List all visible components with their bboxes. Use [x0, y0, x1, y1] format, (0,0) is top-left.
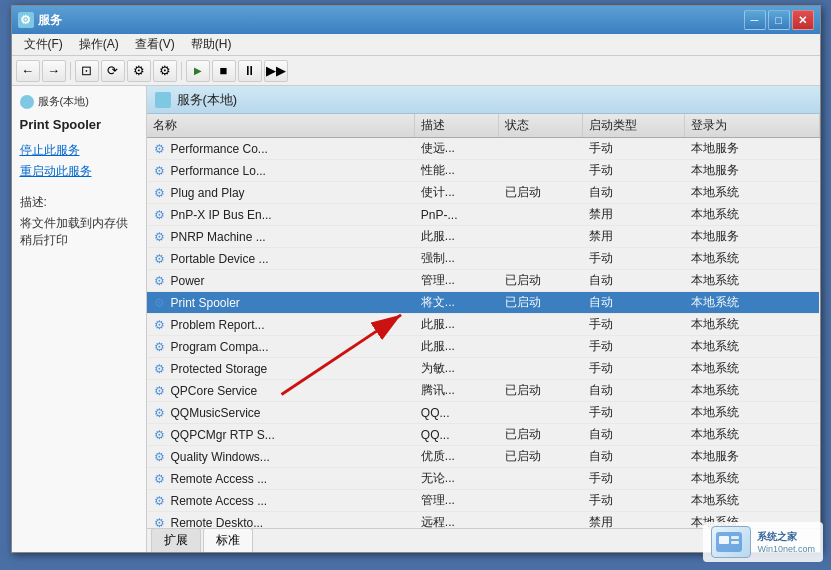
service-desc-cell: QQ... [415, 424, 499, 446]
col-login[interactable]: 登录为 [685, 114, 819, 138]
minimize-button[interactable]: ─ [744, 10, 766, 30]
services-header: 服务(本地) [147, 86, 820, 114]
service-gear-icon: ⚙ [153, 296, 167, 310]
service-desc-cell: 远程... [415, 512, 499, 529]
watermark: 系统之家 Win10net.com [703, 522, 823, 562]
table-row[interactable]: ⚙Program Compa...此服...手动本地系统 [147, 336, 820, 358]
table-row[interactable]: ⚙Portable Device ...强制...手动本地系统 [147, 248, 820, 270]
service-name-cell: ⚙QPCore Service [147, 380, 415, 402]
table-row[interactable]: ⚙Plug and Play使计...已启动自动本地系统 [147, 182, 820, 204]
gear-icon [20, 95, 34, 109]
refresh-button[interactable]: ⟳ [101, 60, 125, 82]
table-row[interactable]: ⚙QQMusicServiceQQ...手动本地系统 [147, 402, 820, 424]
pause-button[interactable]: ⏸ [238, 60, 262, 82]
service-login-cell: 本地系统 [685, 248, 819, 270]
menu-file[interactable]: 文件(F) [16, 34, 71, 55]
table-row[interactable]: ⚙Remote Access ...管理...手动本地系统 [147, 490, 820, 512]
restore-button[interactable]: □ [768, 10, 790, 30]
col-status[interactable]: 状态 [499, 114, 583, 138]
service-name: Remote Deskto... [171, 516, 264, 529]
service-name: Problem Report... [171, 318, 265, 332]
close-button[interactable]: ✕ [792, 10, 814, 30]
service-name: Performance Lo... [171, 164, 266, 178]
restart-button[interactable]: ▶▶ [264, 60, 288, 82]
svg-rect-5 [731, 541, 739, 544]
service-gear-icon: ⚙ [153, 142, 167, 156]
service-status-cell [499, 490, 583, 512]
stop-service-link[interactable]: 停止此服务 [20, 142, 138, 159]
service-status-cell: 已启动 [499, 270, 583, 292]
service-name: Remote Access ... [171, 472, 268, 486]
service-startup-cell: 自动 [583, 182, 685, 204]
menu-action[interactable]: 操作(A) [71, 34, 127, 55]
svg-rect-3 [719, 536, 729, 544]
service-gear-icon: ⚙ [153, 340, 167, 354]
service-table-wrapper[interactable]: 名称 描述 状态 启动类型 登录为 ⚙Performance Co...使远..… [147, 114, 820, 528]
table-row[interactable]: ⚙Power管理...已启动自动本地系统 [147, 270, 820, 292]
service-gear-icon: ⚙ [153, 428, 167, 442]
table-row[interactable]: ⚙Remote Access ...无论...手动本地系统 [147, 468, 820, 490]
col-desc[interactable]: 描述 [415, 114, 499, 138]
titlebar: ⚙ 服务 ─ □ ✕ [12, 6, 820, 34]
restart-service-link[interactable]: 重启动此服务 [20, 163, 138, 180]
table-row[interactable]: ⚙Print Spooler将文...已启动自动本地系统 [147, 292, 820, 314]
service-startup-cell: 自动 [583, 424, 685, 446]
service-name: Protected Storage [171, 362, 268, 376]
forward-button[interactable]: → [42, 60, 66, 82]
menu-help[interactable]: 帮助(H) [183, 34, 240, 55]
service-status-cell: 已启动 [499, 182, 583, 204]
service-startup-cell: 禁用 [583, 204, 685, 226]
service-login-cell: 本地服务 [685, 446, 819, 468]
titlebar-title: 服务 [38, 12, 744, 29]
service-login-cell: 本地系统 [685, 270, 819, 292]
service-login-cell: 本地系统 [685, 314, 819, 336]
service-desc-cell: 强制... [415, 248, 499, 270]
table-row[interactable]: ⚙Performance Co...使远...手动本地服务 [147, 138, 820, 160]
table-row[interactable]: ⚙PnP-X IP Bus En...PnP-...禁用本地系统 [147, 204, 820, 226]
service-desc-cell: 无论... [415, 468, 499, 490]
table-row[interactable]: ⚙Protected Storage为敏...手动本地系统 [147, 358, 820, 380]
service-name: Portable Device ... [171, 252, 269, 266]
table-row[interactable]: ⚙Performance Lo...性能...手动本地服务 [147, 160, 820, 182]
service-status-cell: 已启动 [499, 424, 583, 446]
service-name-cell: ⚙Protected Storage [147, 358, 415, 380]
tab-standard[interactable]: 标准 [203, 528, 253, 552]
service-name-cell: ⚙PnP-X IP Bus En... [147, 204, 415, 226]
up-button[interactable]: ⊡ [75, 60, 99, 82]
table-row[interactable]: ⚙Problem Report...此服...手动本地系统 [147, 314, 820, 336]
desc-text: 将文件加载到内存供稍后打印 [20, 215, 138, 249]
service-desc-cell: 将文... [415, 292, 499, 314]
toolbar-sep-2 [181, 62, 182, 80]
gear-button2[interactable]: ⚙ [153, 60, 177, 82]
play-button[interactable]: ▶ [186, 60, 210, 82]
menu-view[interactable]: 查看(V) [127, 34, 183, 55]
service-desc-cell: 此服... [415, 226, 499, 248]
service-startup-cell: 手动 [583, 468, 685, 490]
right-panel: 服务(本地) 名称 描述 状态 启动类型 登录为 ⚙Perf [147, 86, 820, 552]
service-startup-cell: 手动 [583, 336, 685, 358]
service-status-cell: 已启动 [499, 446, 583, 468]
table-row[interactable]: ⚙PNRP Machine ...此服...禁用本地服务 [147, 226, 820, 248]
col-startup[interactable]: 启动类型 [583, 114, 685, 138]
service-desc-cell: PnP-... [415, 204, 499, 226]
watermark-brand: 系统之家 [757, 530, 815, 544]
service-startup-cell: 手动 [583, 160, 685, 182]
service-gear-icon: ⚙ [153, 450, 167, 464]
gear-button1[interactable]: ⚙ [127, 60, 151, 82]
table-row[interactable]: ⚙QPCore Service腾讯...已启动自动本地系统 [147, 380, 820, 402]
service-desc-cell: 为敏... [415, 358, 499, 380]
stop-button[interactable]: ■ [212, 60, 236, 82]
service-desc-cell: 优质... [415, 446, 499, 468]
service-status-cell [499, 204, 583, 226]
tab-extend[interactable]: 扩展 [151, 528, 201, 552]
service-login-cell: 本地系统 [685, 358, 819, 380]
col-name[interactable]: 名称 [147, 114, 415, 138]
service-name-cell: ⚙Program Compa... [147, 336, 415, 358]
service-name-cell: ⚙Quality Windows... [147, 446, 415, 468]
service-gear-icon: ⚙ [153, 472, 167, 486]
table-row[interactable]: ⚙Quality Windows...优质...已启动自动本地服务 [147, 446, 820, 468]
service-status-cell [499, 468, 583, 490]
table-row[interactable]: ⚙QQPCMgr RTP S...QQ...已启动自动本地系统 [147, 424, 820, 446]
service-status-cell [499, 512, 583, 529]
back-button[interactable]: ← [16, 60, 40, 82]
